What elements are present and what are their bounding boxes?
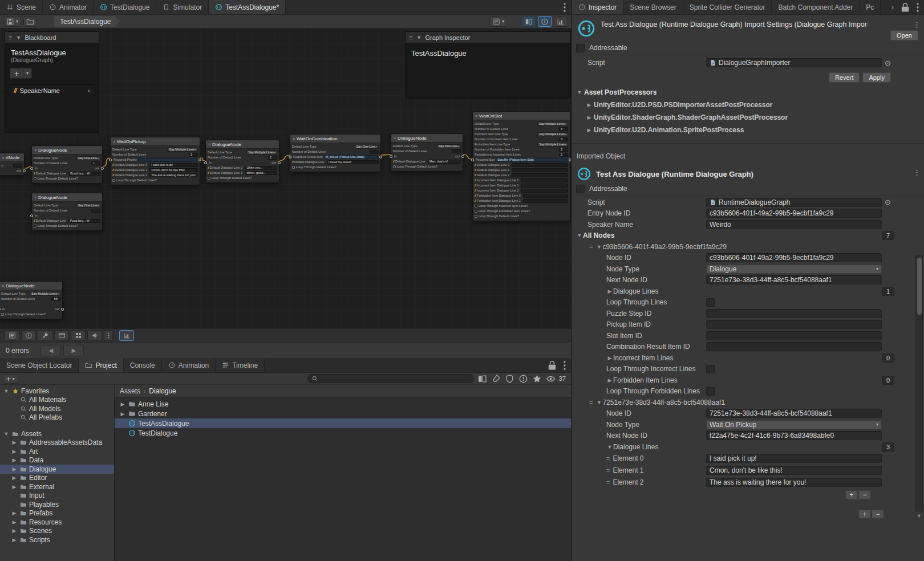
node-row-default-dialogue-line[interactable]: //Default Dialogue LinePood boy... W — [34, 218, 100, 223]
tree-item-editor[interactable]: ▶Editor — [0, 474, 114, 483]
dropdown[interactable]: Say Multiple Lines▾ — [537, 143, 568, 147]
node-title[interactable]: ≡DialogueNode — [32, 146, 102, 155]
node-row-loop-through-default-lines[interactable]: Loop Through Default Lines? — [475, 214, 568, 218]
node-row-loop-through-default-lines[interactable]: Loop Through Default Lines? — [112, 178, 198, 182]
node-row-default-dialogue-line[interactable]: //Default Dialogue LineGood boy... W — [34, 171, 100, 176]
graph-node-dialoguenode[interactable]: ≡DialogueNodeDefault Line TypeSay Multip… — [0, 281, 63, 319]
node-row-default-dialogue-line[interactable]: //Default Dialogue LineI need my weed! — [292, 160, 379, 164]
foldout-open-icon[interactable]: ▼ — [595, 400, 602, 405]
next-error-button[interactable]: ▶ — [63, 345, 84, 356]
node-row-incorrect-item-dialogue-line-0[interactable]: //Incorrect Item Dialogue Line 0 — [475, 178, 568, 182]
object-field[interactable]: Scruffle (Pickup Item Slot) — [496, 158, 567, 162]
node-row-default-line-type[interactable]: Default Line TypeSay Multiple Lines▾ — [475, 121, 568, 126]
brush-icon[interactable] — [491, 374, 501, 384]
tree-item-playables[interactable]: Playables — [0, 500, 114, 509]
row-next-node-id[interactable]: Next Node ID7251e73e-38d3-44ff-a8c5-bcf5… — [572, 275, 924, 286]
graph-inspector-panel[interactable]: ≡ ▼ Graph Inspector TestAssDialogue — [405, 31, 571, 99]
blackboard-header[interactable]: ≡ ▼ Blackboard — [5, 32, 99, 44]
file-gardener[interactable]: ▶Gardener — [115, 409, 571, 418]
output-port-icon[interactable] — [61, 308, 64, 311]
node-row-default-dialogue-line[interactable]: //Default Dialogue LineMan, that's it! — [393, 159, 461, 164]
node-row-default-dialogue-line-0[interactable]: //Default Dialogue Line 0I said pick it … — [112, 162, 198, 167]
window-tab-animator[interactable]: Animator — [43, 0, 94, 14]
node-ports-row[interactable]: Inout — [34, 166, 100, 170]
node-title[interactable]: ≡DialogueNode — [32, 193, 102, 202]
dropdown[interactable]: Say One Line▾ — [355, 145, 379, 149]
node-row-forbidden-item-dialogue-line-1[interactable]: //Forbidden Item Dialogue Line 1 — [475, 198, 568, 203]
object-field[interactable]: M_Weed (Pickup Use Data) — [324, 155, 378, 159]
node-ports-row[interactable]: out — [1, 168, 22, 173]
window-tab-testdialogue[interactable]: TestDialogue — [94, 0, 156, 14]
graph-node-waitoncombination[interactable]: ≡WaitOnCombinationDefault Line TypeSay O… — [290, 134, 381, 172]
row-dialogue-lines[interactable]: ▶Dialogue Lines1 — [572, 286, 924, 297]
drag-handle-icon[interactable]: = — [606, 479, 610, 486]
checkbox[interactable] — [34, 177, 37, 180]
node-row-number-of-default-lines[interactable]: Number of Default Lines3 — [475, 127, 568, 131]
object-field[interactable]: RuntimeDialogueGraph — [706, 198, 882, 207]
graph-node-dialoguenode[interactable]: ≡DialogueNodeDefault Line TypeSay One Li… — [31, 193, 103, 231]
output-port-icon[interactable] — [278, 161, 281, 164]
checkbox[interactable] — [208, 177, 210, 180]
checkbox[interactable] — [1, 313, 4, 316]
output-port-icon[interactable] — [198, 158, 201, 161]
node-row-default-dialogue-line-1[interactable]: //Default Dialogue Line 1Cmon, don't be … — [112, 168, 198, 172]
blackboard-panel[interactable]: ≡ ▼ Blackboard TestAssDialogue (Dialogue… — [5, 31, 99, 133]
node-title[interactable]: ≡DialogueNode — [0, 282, 62, 290]
node-row-required-result-item[interactable]: Required Result ItemM_Weed (Pickup Use D… — [292, 155, 379, 159]
row-node-id[interactable]: Node ID7251e73e-38d3-44ff-a8c5-bcf54088a… — [572, 408, 924, 420]
row-loop-through-incorrect-lines[interactable]: Loop Through Incorrect Lines — [572, 364, 924, 375]
node-row-default-line-type[interactable]: Default Line TypeSay Multiple Lines▾ — [112, 147, 198, 152]
tree-item-addressableassetsdata[interactable]: ▶AddressableAssetsData — [0, 438, 114, 448]
node-row-loop-through-default-lines[interactable]: Loop Through Default Lines? — [34, 176, 100, 181]
text-field[interactable]: c93b5606-401f-49a2-99b5-9ecbf1fa9c29 — [706, 253, 882, 262]
tree-item-all-materials[interactable]: All Materials — [0, 396, 114, 405]
node-row-number-of-default-lines[interactable]: Number of Default Lines-55 — [1, 296, 60, 301]
text-field[interactable] — [521, 184, 568, 188]
footer-list-button[interactable] — [5, 330, 19, 341]
importer-menu-icon[interactable]: ⋮ — [913, 21, 921, 29]
node-row-number-of-incorrect-item-lines[interactable]: Number of Incorrect Item Lines3 — [475, 137, 568, 141]
tree-assets-root[interactable]: ▼Assets — [0, 429, 114, 438]
tree-item-data[interactable]: ▶Data — [0, 456, 114, 465]
row-speaker-name[interactable]: Speaker NameWeirdo — [572, 219, 924, 230]
text-field[interactable] — [706, 320, 882, 329]
addressable-checkbox[interactable] — [576, 44, 585, 52]
save-graph-button[interactable]: ▾ — [3, 16, 21, 27]
addressable-checkbox[interactable] — [576, 185, 585, 193]
row-combination-result-item-id[interactable]: Combination Result Item ID — [572, 342, 924, 353]
inspector-scrollbar[interactable] — [915, 255, 923, 511]
text-field[interactable] — [706, 331, 882, 340]
dropdown[interactable]: Say Multiple Lines▾ — [246, 151, 277, 155]
inspector-tab-batch-component-adder[interactable]: Batch Component Adder — [772, 0, 860, 14]
checkbox[interactable] — [475, 215, 477, 218]
checkbox[interactable] — [292, 166, 295, 169]
graph-node-waitonslot[interactable]: ≡WaitOnSlotDefault Line TypeSay Multiple… — [472, 111, 570, 221]
file-anne-lise[interactable]: ▶Anne Lise — [115, 399, 571, 409]
checkbox[interactable] — [475, 205, 477, 208]
bottom-tab-project[interactable]: Project — [79, 358, 123, 372]
foldout-closed-icon[interactable]: ▶ — [606, 288, 613, 294]
node-row-default-dialogue-line-2[interactable]: //Default Dialogue Line 2 — [475, 173, 568, 177]
tree-item-scenes[interactable]: ▶Scenes — [0, 527, 114, 536]
checkbox[interactable] — [706, 365, 715, 373]
footer-window-button[interactable] — [54, 330, 69, 341]
value-field[interactable] — [91, 209, 100, 213]
node-row-loop-through-default-lines[interactable]: Loop Through Default Lines? — [34, 223, 100, 228]
node-ports-row[interactable]: Inout — [208, 160, 277, 165]
node-row-default-dialogue-line-2[interactable]: //Default Dialogue Line 2The ass is wait… — [112, 173, 198, 177]
node-row-default-dialogue-line-0[interactable]: //Default Dialogue Line 0 — [475, 162, 568, 167]
text-field[interactable] — [523, 194, 568, 198]
dropdown[interactable]: Say One Line▾ — [76, 204, 100, 208]
node-title[interactable]: ≡DialogueNode — [391, 134, 463, 143]
node-title[interactable]: ≡WaitOnSlot — [473, 112, 570, 120]
input-port-icon[interactable] — [30, 167, 33, 170]
value-field[interactable] — [13, 164, 22, 168]
text-field[interactable]: c93b5606-401f-49a2-99b5-9ecbf1fa9c29 — [706, 209, 882, 218]
node-ports-row[interactable]: Inout — [393, 154, 461, 158]
text-field[interactable]: 7251e73e-38d3-44ff-a8c5-bcf54088aaf1 — [706, 275, 882, 284]
node-row-number-of-forbidden-item-lines[interactable]: Number of Forbidden Item Lines2 — [475, 147, 568, 152]
checkbox[interactable] — [393, 165, 396, 168]
array-size-field[interactable]: 3 — [882, 442, 894, 452]
text-field[interactable] — [706, 342, 882, 351]
node-row-forbidden-item-line-type[interactable]: Forbidden Item Line TypeSay Multiple Lin… — [475, 142, 568, 147]
